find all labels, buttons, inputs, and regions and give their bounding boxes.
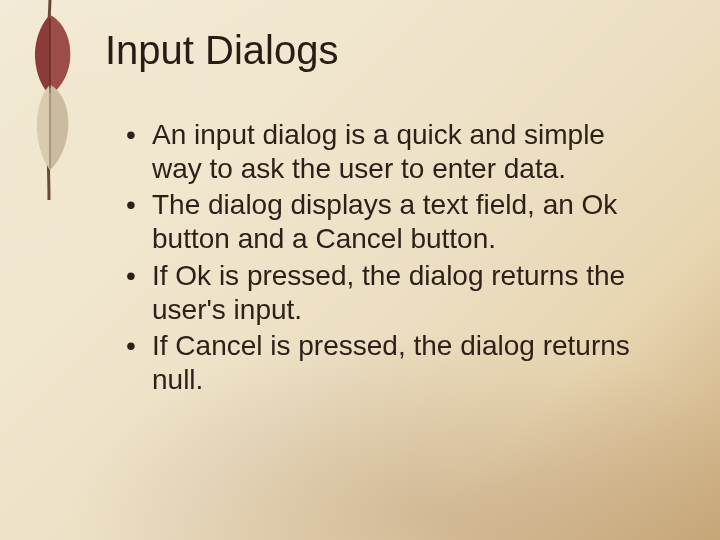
leaf-decoration: [20, 0, 80, 200]
bullet-item: An input dialog is a quick and simple wa…: [122, 118, 660, 186]
bullet-item: If Cancel is pressed, the dialog returns…: [122, 329, 660, 397]
slide-title: Input Dialogs: [105, 28, 338, 73]
slide: Input Dialogs An input dialog is a quick…: [0, 0, 720, 540]
bullet-item: The dialog displays a text field, an Ok …: [122, 188, 660, 256]
bullet-list: An input dialog is a quick and simple wa…: [122, 118, 660, 399]
bullet-item: If Ok is pressed, the dialog returns the…: [122, 259, 660, 327]
